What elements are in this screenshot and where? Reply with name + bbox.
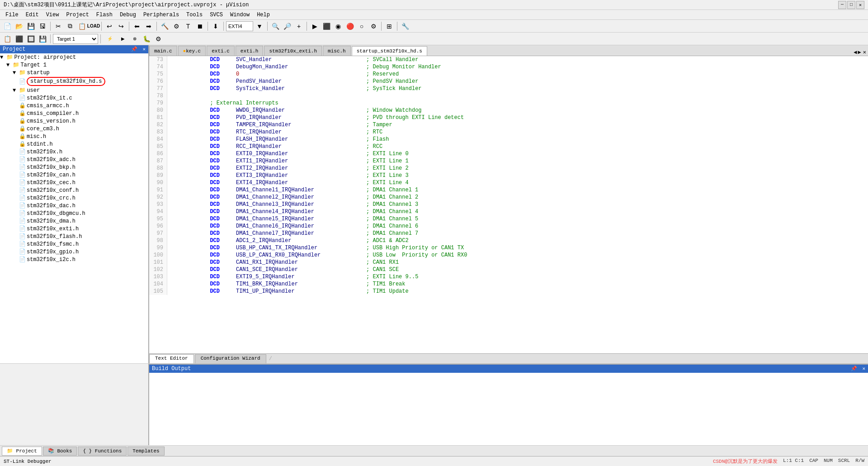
tb2-debug2-btn[interactable]: ⚙ <box>153 33 164 44</box>
tb2-build-btn[interactable]: ⚡ <box>103 33 117 44</box>
editor-tab-exti-h[interactable]: exti.h <box>236 46 264 56</box>
find2-button[interactable]: 🔎 <box>282 21 292 32</box>
debug-settings[interactable]: ⚙ <box>368 21 379 32</box>
editor-tab-misc-h[interactable]: misc.h <box>323 46 351 56</box>
build-output-pin[interactable]: 📌 <box>851 366 857 371</box>
tab-scroll-arrows[interactable]: ◀▶✕ <box>852 49 868 56</box>
tree-item[interactable]: 🔒 cmsis_compiler.h <box>0 109 148 117</box>
redo-button[interactable]: ↪ <box>116 21 127 32</box>
tree-item[interactable]: 🔒 stdint.h <box>0 140 148 148</box>
new-button[interactable]: 📄 <box>2 21 13 32</box>
undo-button[interactable]: ↩ <box>104 21 115 32</box>
tree-item[interactable]: 📄 stm32f10x_bkp.h <box>0 163 148 171</box>
editor-tab-key-c[interactable]: ● key.c <box>178 46 206 56</box>
load-button[interactable]: LOAD <box>88 21 99 32</box>
copy-button[interactable]: ⧉ <box>65 21 75 32</box>
debug-clear[interactable]: ○ <box>356 21 367 32</box>
menu-item-help[interactable]: Help <box>253 11 274 19</box>
project-panel-close[interactable]: ✕ <box>142 47 146 52</box>
menu-item-svcs[interactable]: SVCS <box>206 11 226 19</box>
tree-item[interactable]: 📄 stm32f10x_dbgmcu.h <box>0 209 148 217</box>
project-panel-pin[interactable]: 📌 <box>131 47 137 52</box>
tb2-flash-btn[interactable]: ▶ <box>118 33 128 44</box>
tree-item[interactable]: 📄 stm32f10x_adc.h <box>0 156 148 163</box>
nav-tab-books[interactable]: 📚 Books <box>43 447 77 456</box>
tree-item[interactable]: 🔒 misc.h <box>0 133 148 140</box>
tree-item[interactable]: 📄 stm32f10x_dac.h <box>0 202 148 209</box>
build-button[interactable]: 🔨 <box>159 21 170 32</box>
tab-config-wizard[interactable]: Configuration Wizard <box>195 354 266 363</box>
minimize-button[interactable]: ─ <box>838 1 846 9</box>
download-button[interactable]: ⬇ <box>210 21 221 32</box>
tree-item[interactable]: 📄 stm32f10x_flash.h <box>0 233 148 240</box>
tab-right-arrow[interactable]: ▶ <box>858 49 861 56</box>
open-button[interactable]: 📂 <box>14 21 24 32</box>
exti-input[interactable] <box>226 21 253 31</box>
tree-item[interactable]: 📄 stm32f10x_gpio.h <box>0 248 148 256</box>
debug-start[interactable]: ▶ <box>309 21 320 32</box>
tree-item[interactable]: ▼ 📁user <box>0 86 148 94</box>
save-button[interactable]: 💾 <box>25 21 36 32</box>
tree-item[interactable]: 📄 stm32f10x_i2c.h <box>0 256 148 263</box>
tb2-btn4[interactable]: 💾 <box>37 33 48 44</box>
menu-item-debug[interactable]: Debug <box>116 11 140 19</box>
tree-item[interactable]: ▼ 📁Project: airproject <box>0 53 148 61</box>
tb2-btn3[interactable]: 🔲 <box>25 33 36 44</box>
tb2-btn1[interactable]: 📋 <box>2 33 13 44</box>
editor-tab-main-c[interactable]: main.c <box>149 46 177 56</box>
exti-dropdown[interactable]: ▼ <box>254 21 265 32</box>
editor-tab-exti-c[interactable]: exti.c <box>207 46 235 56</box>
tree-item[interactable]: 📄 stm32f10x_dma.h <box>0 217 148 225</box>
tb2-eraseflash-btn[interactable]: ⊗ <box>129 33 140 44</box>
tab-left-arrow[interactable]: ◀ <box>854 49 857 56</box>
tb2-btn2[interactable]: ⬛ <box>14 33 24 44</box>
tree-item[interactable]: 📄 stm32f10x_can.h <box>0 171 148 179</box>
menu-item-flash[interactable]: Flash <box>93 11 116 19</box>
tab-close-all[interactable]: ✕ <box>863 49 866 56</box>
paste-button[interactable]: 📋 <box>76 21 87 32</box>
stop-build-button[interactable]: ⏹ <box>194 21 205 32</box>
build-output-close[interactable]: ✕ <box>862 366 865 371</box>
code-editor[interactable]: 73 DCD SVC_Handler ; SVCall Handler74 DC… <box>149 56 868 353</box>
fwd-button[interactable]: ➡ <box>143 21 154 32</box>
menu-item-tools[interactable]: Tools <box>183 11 206 19</box>
tree-item[interactable]: 📄 stm32f10x_it.c <box>0 94 148 102</box>
tree-item[interactable]: 📄 stm32f10x_exti.h <box>0 225 148 233</box>
menu-item-project[interactable]: Project <box>62 11 92 19</box>
back-button[interactable]: ⬅ <box>132 21 142 32</box>
menu-item-view[interactable]: View <box>42 11 63 19</box>
tree-item[interactable]: 📄 stm32f10x_crc.h <box>0 194 148 202</box>
tree-item[interactable]: ▼ 📁Target 1 <box>0 61 148 69</box>
debug-step[interactable]: ◉ <box>333 21 344 32</box>
maximize-button[interactable]: □ <box>847 1 855 9</box>
translate-button[interactable]: T <box>183 21 193 32</box>
tree-item[interactable]: ▼ 📁startup <box>0 69 148 76</box>
tab-text-editor[interactable]: Text Editor <box>149 354 194 363</box>
settings-button[interactable]: 🔧 <box>400 21 410 32</box>
tb2-debug-btn[interactable]: 🐛 <box>141 33 152 44</box>
tree-item[interactable]: 📄 stm32f10x_cec.h <box>0 179 148 186</box>
nav-tab-functions[interactable]: { } Functions <box>78 447 127 456</box>
zoom-button[interactable]: + <box>293 21 304 32</box>
editor-tab-stm32f10x_exti-h[interactable]: stm32f10x_exti.h <box>264 46 322 56</box>
menu-item-file[interactable]: File <box>2 11 22 19</box>
debug-breakpoint[interactable]: 🔴 <box>344 21 355 32</box>
tree-item[interactable]: 📄 stm32f10x_conf.h <box>0 186 148 194</box>
cut-button[interactable]: ✂ <box>53 21 64 32</box>
tree-item[interactable]: 📄 startup_stm32f10x_hd.s <box>0 76 148 86</box>
menu-item-window[interactable]: Window <box>226 11 253 19</box>
tree-item[interactable]: 🔒 core_cm3.h <box>0 125 148 133</box>
close-button[interactable]: ✕ <box>856 1 864 9</box>
target-dropdown[interactable]: Target 1 <box>53 34 98 44</box>
windows-button[interactable]: ⊞ <box>384 21 395 32</box>
find-button[interactable]: 🔍 <box>270 21 281 32</box>
nav-tab-templates[interactable]: Templates <box>127 447 164 456</box>
nav-tab-project[interactable]: 📁 Project <box>2 447 42 456</box>
tree-item[interactable]: 📄 stm32f10x.h <box>0 148 148 156</box>
editor-tab-startup_stm32f10x_hd-s[interactable]: startup_stm32f10x_hd.s <box>352 46 427 56</box>
debug-stop[interactable]: ⬛ <box>321 21 332 32</box>
save-all-button[interactable]: 🖫 <box>37 21 48 32</box>
tree-item[interactable]: 🔒 cmsis_version.h <box>0 117 148 125</box>
menu-item-edit[interactable]: Edit <box>22 11 42 19</box>
menu-item-peripherals[interactable]: Peripherals <box>140 11 183 19</box>
